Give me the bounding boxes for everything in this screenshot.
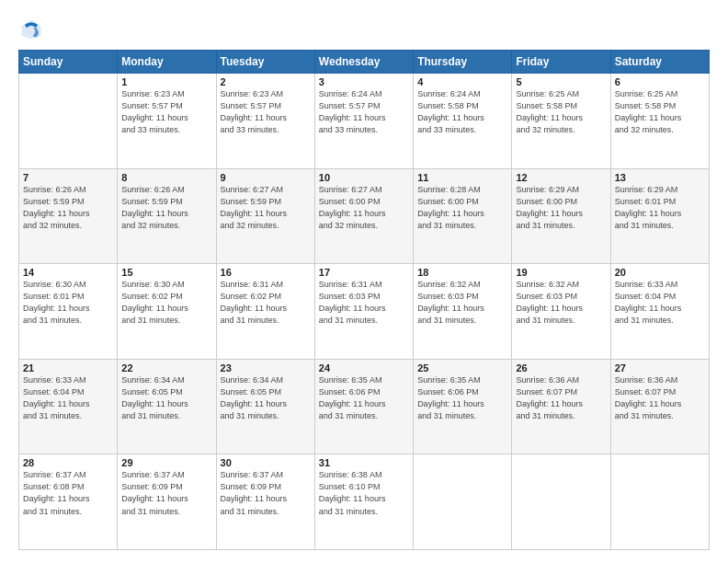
day-number: 31: [319, 457, 409, 468]
day-number: 30: [221, 457, 311, 468]
day-number: 19: [516, 267, 606, 278]
calendar-week-row: 21Sunrise: 6:33 AM Sunset: 6:04 PM Dayli…: [19, 359, 710, 454]
calendar-day-header: Friday: [512, 51, 610, 74]
day-number: 18: [417, 267, 507, 278]
calendar-cell: 11Sunrise: 6:28 AM Sunset: 6:00 PM Dayli…: [414, 168, 512, 264]
calendar-cell: 12Sunrise: 6:29 AM Sunset: 6:00 PM Dayli…: [512, 168, 610, 264]
day-number: 17: [319, 267, 409, 278]
day-number: 26: [516, 362, 606, 373]
day-info: Sunrise: 6:34 AM Sunset: 6:05 PM Dayligh…: [221, 374, 311, 422]
day-info: Sunrise: 6:30 AM Sunset: 6:01 PM Dayligh…: [23, 279, 113, 327]
calendar-cell: 8Sunrise: 6:26 AM Sunset: 5:59 PM Daylig…: [118, 168, 216, 264]
calendar-cell: 3Sunrise: 6:24 AM Sunset: 5:57 PM Daylig…: [314, 74, 413, 169]
calendar-cell: 26Sunrise: 6:36 AM Sunset: 6:07 PM Dayli…: [512, 359, 610, 454]
logo-icon: [18, 17, 44, 42]
day-number: 15: [121, 267, 211, 278]
calendar-cell: 31Sunrise: 6:38 AM Sunset: 6:10 PM Dayli…: [314, 454, 413, 550]
day-number: 5: [516, 76, 606, 87]
calendar-week-row: 7Sunrise: 6:26 AM Sunset: 5:59 PM Daylig…: [19, 168, 710, 264]
day-number: 22: [121, 362, 211, 373]
day-number: 24: [319, 362, 409, 373]
day-info: Sunrise: 6:37 AM Sunset: 6:09 PM Dayligh…: [121, 469, 211, 517]
calendar-cell: [512, 454, 610, 550]
calendar-cell: 13Sunrise: 6:29 AM Sunset: 6:01 PM Dayli…: [610, 168, 709, 264]
calendar-week-row: 28Sunrise: 6:37 AM Sunset: 6:08 PM Dayli…: [19, 454, 710, 550]
calendar-day-header: Monday: [118, 51, 216, 74]
calendar-cell: 28Sunrise: 6:37 AM Sunset: 6:08 PM Dayli…: [19, 454, 118, 550]
day-number: 16: [221, 267, 311, 278]
day-info: Sunrise: 6:37 AM Sunset: 6:08 PM Dayligh…: [23, 469, 113, 517]
day-info: Sunrise: 6:35 AM Sunset: 6:06 PM Dayligh…: [417, 374, 507, 422]
day-info: Sunrise: 6:34 AM Sunset: 6:05 PM Dayligh…: [121, 374, 211, 422]
calendar-day-header: Tuesday: [216, 51, 314, 74]
page: SundayMondayTuesdayWednesdayThursdayFrid…: [0, 0, 728, 563]
day-number: 23: [221, 362, 311, 373]
day-number: 8: [121, 172, 211, 183]
calendar-cell: 6Sunrise: 6:25 AM Sunset: 5:58 PM Daylig…: [610, 74, 709, 169]
calendar-cell: 10Sunrise: 6:27 AM Sunset: 6:00 PM Dayli…: [314, 168, 413, 264]
header: [18, 17, 710, 42]
day-info: Sunrise: 6:37 AM Sunset: 6:09 PM Dayligh…: [221, 469, 311, 517]
day-info: Sunrise: 6:38 AM Sunset: 6:10 PM Dayligh…: [319, 469, 409, 517]
day-number: 11: [417, 172, 507, 183]
calendar-cell: 16Sunrise: 6:31 AM Sunset: 6:02 PM Dayli…: [216, 264, 314, 360]
day-number: 21: [23, 362, 113, 373]
calendar-cell: [610, 454, 709, 550]
day-info: Sunrise: 6:28 AM Sunset: 6:00 PM Dayligh…: [417, 184, 507, 232]
day-number: 4: [417, 76, 507, 87]
calendar-cell: 5Sunrise: 6:25 AM Sunset: 5:58 PM Daylig…: [512, 74, 610, 169]
day-info: Sunrise: 6:30 AM Sunset: 6:02 PM Dayligh…: [121, 279, 211, 327]
calendar-week-row: 1Sunrise: 6:23 AM Sunset: 5:57 PM Daylig…: [19, 74, 710, 169]
day-info: Sunrise: 6:25 AM Sunset: 5:58 PM Dayligh…: [615, 88, 705, 136]
calendar-header-row: SundayMondayTuesdayWednesdayThursdayFrid…: [19, 51, 710, 74]
day-info: Sunrise: 6:35 AM Sunset: 6:06 PM Dayligh…: [319, 374, 409, 422]
calendar-cell: 1Sunrise: 6:23 AM Sunset: 5:57 PM Daylig…: [118, 74, 216, 169]
calendar-cell: 30Sunrise: 6:37 AM Sunset: 6:09 PM Dayli…: [216, 454, 314, 550]
day-info: Sunrise: 6:31 AM Sunset: 6:02 PM Dayligh…: [221, 279, 311, 327]
calendar-cell: 29Sunrise: 6:37 AM Sunset: 6:09 PM Dayli…: [118, 454, 216, 550]
calendar-cell: 9Sunrise: 6:27 AM Sunset: 5:59 PM Daylig…: [216, 168, 314, 264]
calendar-cell: 23Sunrise: 6:34 AM Sunset: 6:05 PM Dayli…: [216, 359, 314, 454]
day-info: Sunrise: 6:26 AM Sunset: 5:59 PM Dayligh…: [121, 184, 211, 232]
day-number: 20: [615, 267, 705, 278]
calendar-cell: 22Sunrise: 6:34 AM Sunset: 6:05 PM Dayli…: [118, 359, 216, 454]
day-info: Sunrise: 6:25 AM Sunset: 5:58 PM Dayligh…: [516, 88, 606, 136]
calendar-cell: 15Sunrise: 6:30 AM Sunset: 6:02 PM Dayli…: [118, 264, 216, 360]
calendar-cell: 19Sunrise: 6:32 AM Sunset: 6:03 PM Dayli…: [512, 264, 610, 360]
calendar-week-row: 14Sunrise: 6:30 AM Sunset: 6:01 PM Dayli…: [19, 264, 710, 360]
day-number: 28: [23, 457, 113, 468]
day-info: Sunrise: 6:26 AM Sunset: 5:59 PM Dayligh…: [23, 184, 113, 232]
calendar-cell: 24Sunrise: 6:35 AM Sunset: 6:06 PM Dayli…: [314, 359, 413, 454]
logo: [18, 17, 48, 42]
day-info: Sunrise: 6:27 AM Sunset: 5:59 PM Dayligh…: [221, 184, 311, 232]
calendar-day-header: Wednesday: [314, 51, 413, 74]
calendar-cell: 17Sunrise: 6:31 AM Sunset: 6:03 PM Dayli…: [314, 264, 413, 360]
day-number: 10: [319, 172, 409, 183]
day-number: 1: [121, 76, 211, 87]
calendar-day-header: Sunday: [19, 51, 118, 74]
calendar-cell: 21Sunrise: 6:33 AM Sunset: 6:04 PM Dayli…: [19, 359, 118, 454]
calendar-cell: 4Sunrise: 6:24 AM Sunset: 5:58 PM Daylig…: [414, 74, 512, 169]
day-info: Sunrise: 6:23 AM Sunset: 5:57 PM Dayligh…: [121, 88, 211, 136]
calendar-cell: 7Sunrise: 6:26 AM Sunset: 5:59 PM Daylig…: [19, 168, 118, 264]
calendar-day-header: Thursday: [414, 51, 512, 74]
day-info: Sunrise: 6:29 AM Sunset: 6:00 PM Dayligh…: [516, 184, 606, 232]
day-info: Sunrise: 6:32 AM Sunset: 6:03 PM Dayligh…: [417, 279, 507, 327]
day-number: 27: [615, 362, 705, 373]
calendar-cell: 14Sunrise: 6:30 AM Sunset: 6:01 PM Dayli…: [19, 264, 118, 360]
day-number: 9: [221, 172, 311, 183]
calendar-cell: 25Sunrise: 6:35 AM Sunset: 6:06 PM Dayli…: [414, 359, 512, 454]
day-info: Sunrise: 6:33 AM Sunset: 6:04 PM Dayligh…: [23, 374, 113, 422]
day-info: Sunrise: 6:36 AM Sunset: 6:07 PM Dayligh…: [615, 374, 705, 422]
day-info: Sunrise: 6:24 AM Sunset: 5:58 PM Dayligh…: [417, 88, 507, 136]
calendar-cell: 20Sunrise: 6:33 AM Sunset: 6:04 PM Dayli…: [610, 264, 709, 360]
calendar-cell: [19, 74, 118, 169]
day-number: 14: [23, 267, 113, 278]
day-info: Sunrise: 6:31 AM Sunset: 6:03 PM Dayligh…: [319, 279, 409, 327]
day-number: 25: [417, 362, 507, 373]
calendar-cell: [414, 454, 512, 550]
day-info: Sunrise: 6:24 AM Sunset: 5:57 PM Dayligh…: [319, 88, 409, 136]
day-number: 12: [516, 172, 606, 183]
day-number: 29: [121, 457, 211, 468]
day-number: 2: [221, 76, 311, 87]
